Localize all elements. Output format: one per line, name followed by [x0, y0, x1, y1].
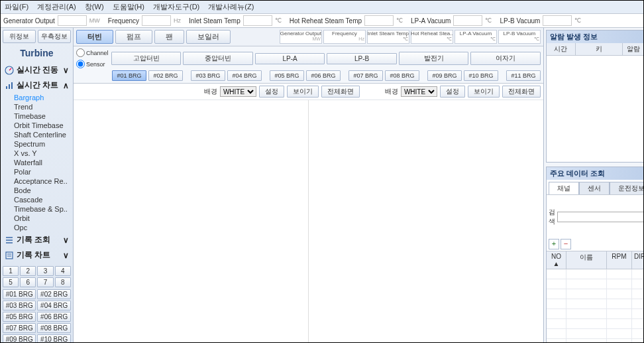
radio-channel[interactable]: Channel: [76, 48, 109, 57]
stat-lpa-value[interactable]: [453, 15, 482, 26]
search-input[interactable]: [557, 212, 644, 222]
dcol-name[interactable]: 이름: [566, 251, 607, 269]
brg-btn-06[interactable]: #06 BRG: [37, 312, 70, 322]
num-btn-7[interactable]: 7: [37, 277, 53, 287]
nav-item-acceptance[interactable]: Acceptance Re..: [11, 176, 70, 186]
sensor-03[interactable]: #03 BRG: [191, 70, 225, 81]
nav-group-record-query[interactable]: 기록 조회 ∨: [3, 232, 70, 247]
nav-item-timebase-sp[interactable]: Timebase & Sp..: [11, 204, 70, 214]
radio-sensor[interactable]: Sensor: [76, 60, 109, 68]
num-btn-2[interactable]: 2: [20, 266, 36, 276]
num-btn-5[interactable]: 5: [3, 277, 19, 287]
nav-item-orbit[interactable]: Orbit: [11, 214, 70, 223]
show-btn-left[interactable]: 보이기: [287, 86, 319, 98]
num-btn-1[interactable]: 1: [3, 266, 19, 276]
alarm-col-key[interactable]: 키: [576, 43, 623, 55]
stat-lpb-value[interactable]: [543, 15, 572, 26]
nav-item-spectrum[interactable]: Spectrum: [11, 139, 70, 149]
stat-gen-output-value[interactable]: [58, 15, 87, 26]
brg-btn-10[interactable]: #10 BRG: [37, 334, 70, 343]
num-btn-4[interactable]: 4: [55, 266, 71, 276]
brg-btn-03[interactable]: #03 BRG: [3, 301, 36, 310]
nav-group-realtime-vib[interactable]: 실시간 진동 ∨: [3, 62, 70, 78]
num-btn-6[interactable]: 6: [20, 277, 36, 287]
remove-button[interactable]: −: [561, 239, 571, 249]
num-btn-8[interactable]: 8: [55, 277, 71, 287]
sensor-06[interactable]: #06 BRG: [306, 70, 341, 81]
fullscreen-btn-right[interactable]: 전체화면: [502, 86, 541, 98]
tab-boiler[interactable]: 보일러: [186, 30, 231, 44]
table-row[interactable]: [547, 299, 644, 309]
sensor-01[interactable]: #01 BRG: [112, 70, 146, 81]
brg-btn-09[interactable]: #09 BRG: [3, 334, 36, 343]
nav-group-record-chart[interactable]: 기록 차트 ∨: [3, 247, 70, 263]
data-tab-opinfo[interactable]: 운전정보: [610, 182, 644, 194]
nav-item-trend[interactable]: Trend: [11, 102, 70, 111]
menu-devtools[interactable]: 개발자도구(D): [153, 3, 199, 11]
channel-lpa[interactable]: LP-A: [255, 53, 325, 64]
table-row[interactable]: [547, 279, 644, 289]
menu-window[interactable]: 창(W): [85, 3, 104, 11]
fullscreen-btn-left[interactable]: 전체화면: [321, 86, 360, 98]
stat-inlet-value[interactable]: [243, 15, 272, 26]
table-row[interactable]: [547, 339, 644, 343]
alarm-col-alarm[interactable]: 알람: [623, 43, 644, 55]
add-button[interactable]: +: [549, 239, 559, 249]
dcol-rpm[interactable]: RPM: [607, 251, 632, 269]
settings-btn-left[interactable]: 설정: [259, 86, 284, 98]
sensor-08[interactable]: #08 BRG: [385, 70, 419, 81]
nav-item-waterfall[interactable]: Waterfall: [11, 158, 70, 167]
dcol-direct[interactable]: DIRECT: [632, 251, 644, 269]
data-tab-sensor[interactable]: 센서: [579, 182, 610, 194]
sensor-02[interactable]: #02 BRG: [148, 70, 183, 81]
table-row[interactable]: [547, 289, 644, 299]
nav-item-xvsy[interactable]: X vs. Y: [11, 149, 70, 158]
nav-item-polar[interactable]: Polar: [11, 167, 70, 176]
table-row[interactable]: [547, 309, 644, 319]
table-row[interactable]: [547, 329, 644, 339]
bg-select-right[interactable]: WHITE: [401, 86, 437, 97]
brg-btn-01[interactable]: #01 BRG: [3, 289, 36, 299]
brg-btn-07[interactable]: #07 BRG: [3, 323, 36, 333]
data-tab-channel[interactable]: 채널: [549, 182, 579, 194]
nav-item-opc[interactable]: Opc: [11, 223, 70, 232]
stat-freq-value[interactable]: [142, 15, 171, 26]
bg-select-left[interactable]: WHITE: [220, 86, 256, 97]
channel-lpb[interactable]: LP-B: [327, 53, 397, 64]
side-tab-left[interactable]: 위정보: [3, 30, 36, 43]
sensor-10[interactable]: #10 BRG: [464, 70, 498, 81]
nav-item-bode[interactable]: Bode: [11, 186, 70, 195]
nav-item-timebase[interactable]: Timebase: [11, 111, 70, 121]
show-btn-right[interactable]: 보이기: [468, 86, 500, 98]
table-row[interactable]: [547, 269, 644, 279]
menu-devcases[interactable]: 개발사례뉴(Z): [208, 3, 254, 11]
stat-reheat-value[interactable]: [364, 15, 394, 26]
tab-pump[interactable]: 펌프: [115, 30, 152, 44]
channel-gen[interactable]: 발전기: [399, 52, 469, 65]
dcol-no[interactable]: NO ▲: [547, 251, 566, 269]
menu-help[interactable]: 도움말(H): [113, 3, 144, 11]
menu-file[interactable]: 파일(F): [5, 3, 28, 11]
channel-hp[interactable]: 고압터빈: [111, 52, 182, 65]
sensor-04[interactable]: #04 BRG: [227, 70, 262, 81]
channel-exc[interactable]: 여자기: [470, 52, 541, 65]
nav-group-realtime-chart[interactable]: 실시간 차트 ∧: [3, 78, 70, 93]
sensor-11[interactable]: #11 BRG: [506, 70, 541, 81]
nav-item-shaft-centerline[interactable]: Shaft Centerline: [11, 130, 70, 139]
nav-item-cascade[interactable]: Cascade: [11, 195, 70, 204]
nav-item-bargraph[interactable]: Bargraph: [11, 93, 70, 102]
tab-turbine[interactable]: 터빈: [76, 30, 113, 44]
sensor-07[interactable]: #07 BRG: [349, 70, 383, 81]
channel-ip[interactable]: 중압터빈: [183, 52, 253, 65]
brg-btn-04[interactable]: #04 BRG: [37, 301, 70, 310]
num-btn-3[interactable]: 3: [37, 266, 53, 276]
sensor-05[interactable]: #05 BRG: [270, 70, 304, 81]
table-row[interactable]: [547, 319, 644, 329]
tab-fan[interactable]: 팬: [154, 30, 184, 44]
settings-btn-right[interactable]: 설정: [440, 86, 465, 98]
nav-item-orbit-timebase[interactable]: Orbit Timebase: [11, 121, 70, 130]
brg-btn-05[interactable]: #05 BRG: [3, 312, 36, 322]
brg-btn-02[interactable]: #02 BRG: [37, 289, 70, 299]
side-tab-right[interactable]: 우측정보: [38, 30, 71, 43]
alarm-col-time[interactable]: 시간: [547, 43, 576, 55]
